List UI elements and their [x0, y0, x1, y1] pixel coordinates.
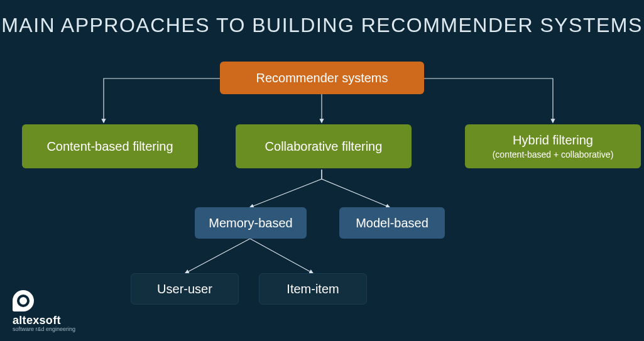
node-content-based-filtering: Content-based filtering — [22, 124, 198, 168]
node-label: Recommender systems — [256, 70, 388, 86]
logo-tagline: software r&d engineering — [13, 326, 75, 332]
node-hybrid-filtering: Hybrid filtering (content-based + collab… — [465, 124, 641, 168]
node-user-user: User-user — [131, 273, 239, 305]
diagram-canvas: Recommender systems Content-based filter… — [0, 0, 644, 341]
logo-icon — [13, 290, 34, 311]
node-memory-based: Memory-based — [195, 207, 307, 239]
node-model-based: Model-based — [339, 207, 445, 239]
node-label: Collaborative filtering — [265, 139, 383, 154]
node-label: Content-based filtering — [46, 139, 173, 154]
node-sublabel: (content-based + collaborative) — [493, 149, 614, 161]
node-label: Memory-based — [209, 215, 292, 231]
node-recommender-systems: Recommender systems — [220, 62, 424, 94]
brand-logo: altexsoft software r&d engineering — [13, 290, 75, 332]
logo-name: altexsoft — [13, 314, 75, 327]
node-collaborative-filtering: Collaborative filtering — [236, 124, 412, 168]
node-item-item: Item-item — [259, 273, 367, 305]
node-label: User-user — [157, 281, 212, 297]
node-label: Model-based — [356, 215, 428, 231]
node-label: Hybrid filtering — [513, 133, 593, 148]
node-label: Item-item — [287, 281, 339, 297]
